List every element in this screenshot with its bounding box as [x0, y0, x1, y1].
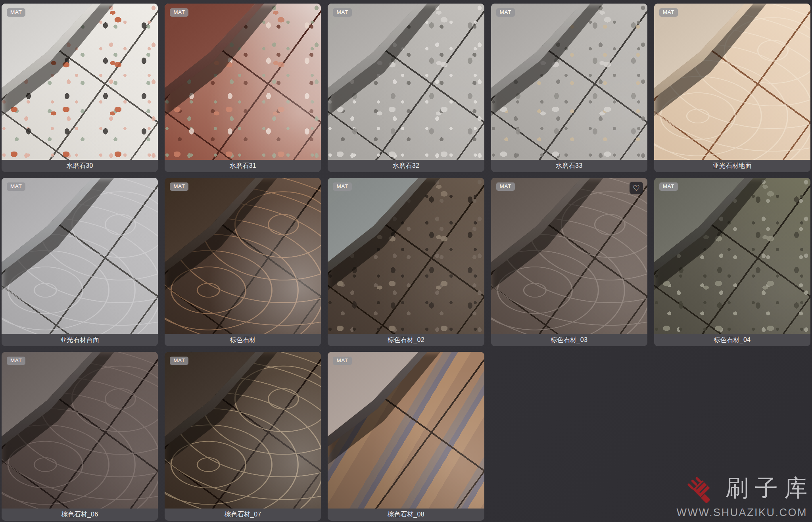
material-thumbnail[interactable]: MAT	[2, 178, 158, 334]
mat-badge: MAT	[333, 357, 351, 365]
material-thumbnail[interactable]: MAT	[2, 4, 158, 160]
material-name-label: 亚光石材地面	[654, 160, 810, 172]
brush-icon	[685, 472, 720, 505]
material-thumbnail[interactable]: MAT	[165, 352, 321, 508]
favorite-heart-button[interactable]: ♡	[630, 182, 643, 194]
material-name-label: 棕色石材_08	[328, 509, 484, 521]
material-card[interactable]: MAT ♡ 棕色石材_03	[491, 178, 647, 346]
watermark-site-url: WWW.SHUAZIKU.COM	[677, 507, 807, 519]
mat-badge: MAT	[496, 182, 515, 191]
material-name-label: 棕色石材_06	[2, 509, 158, 521]
material-name-label: 棕色石材	[165, 334, 321, 346]
material-grid: MAT 水磨石30 MAT 水磨石31 MAT 水磨	[0, 0, 812, 521]
mat-badge: MAT	[496, 8, 515, 17]
material-card[interactable]: MAT 棕色石材	[165, 178, 321, 346]
material-name-label: 棕色石材_02	[328, 334, 484, 346]
mat-badge: MAT	[659, 182, 678, 191]
material-thumbnail[interactable]: MAT	[654, 178, 810, 334]
material-name-label: 棕色石材_07	[165, 509, 321, 521]
material-card[interactable]: MAT 棕色石材_02	[328, 178, 484, 346]
material-name-label: 亚光石材台面	[2, 334, 158, 346]
material-card[interactable]: MAT 棕色石材_04	[654, 178, 810, 346]
mat-badge: MAT	[333, 182, 351, 191]
material-card[interactable]: MAT 棕色石材_06	[2, 352, 158, 520]
material-thumbnail[interactable]: MAT	[328, 4, 484, 160]
material-card[interactable]: MAT 水磨石33	[491, 4, 647, 172]
mat-badge: MAT	[7, 182, 25, 191]
mat-badge: MAT	[170, 182, 188, 191]
material-thumbnail[interactable]: MAT	[328, 352, 484, 508]
mat-badge: MAT	[170, 357, 188, 365]
material-name-label: 棕色石材_04	[654, 334, 810, 346]
material-thumbnail[interactable]: MAT	[328, 178, 484, 334]
watermark: 刷子库 WWW.SHUAZIKU.COM	[677, 472, 807, 519]
material-card[interactable]: MAT 亚光石材地面	[654, 4, 810, 172]
material-name-label: 水磨石31	[165, 160, 321, 172]
mat-badge: MAT	[7, 8, 25, 17]
material-name-label: 水磨石30	[2, 160, 158, 172]
material-thumbnail[interactable]: MAT	[654, 4, 810, 160]
material-card[interactable]: MAT 水磨石31	[165, 4, 321, 172]
material-name-label: 水磨石33	[491, 160, 647, 172]
material-card[interactable]: MAT 亚光石材台面	[2, 178, 158, 346]
material-thumbnail[interactable]: MAT ♡	[491, 178, 647, 334]
watermark-site-name: 刷子库	[726, 473, 812, 504]
mat-badge: MAT	[7, 357, 25, 365]
material-thumbnail[interactable]: MAT	[2, 352, 158, 508]
mat-badge: MAT	[659, 8, 678, 17]
material-thumbnail[interactable]: MAT	[165, 178, 321, 334]
material-name-label: 棕色石材_03	[491, 334, 647, 346]
material-card[interactable]: MAT 棕色石材_07	[165, 352, 321, 520]
mat-badge: MAT	[170, 8, 188, 17]
material-name-label: 水磨石32	[328, 160, 484, 172]
material-thumbnail[interactable]: MAT	[165, 4, 321, 160]
material-card[interactable]: MAT 棕色石材_08	[328, 352, 484, 520]
mat-badge: MAT	[333, 8, 351, 17]
material-thumbnail[interactable]: MAT	[491, 4, 647, 160]
material-card[interactable]: MAT 水磨石30	[2, 4, 158, 172]
material-card[interactable]: MAT 水磨石32	[328, 4, 484, 172]
